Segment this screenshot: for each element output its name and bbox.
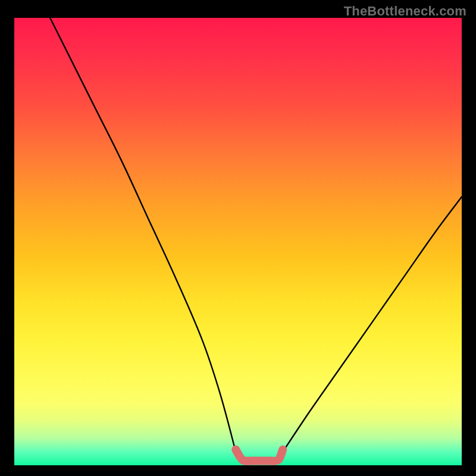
series-left-curve [50, 18, 236, 452]
curves-svg [14, 18, 462, 465]
series-right-curve [283, 197, 462, 452]
marker-1 [279, 446, 286, 453]
plot-area [14, 18, 462, 465]
chart-container: TheBottleneck.com [0, 0, 476, 476]
marker-0 [232, 446, 239, 453]
series-flat-pink-segment [236, 450, 283, 461]
watermark-text: TheBottleneck.com [344, 4, 466, 19]
